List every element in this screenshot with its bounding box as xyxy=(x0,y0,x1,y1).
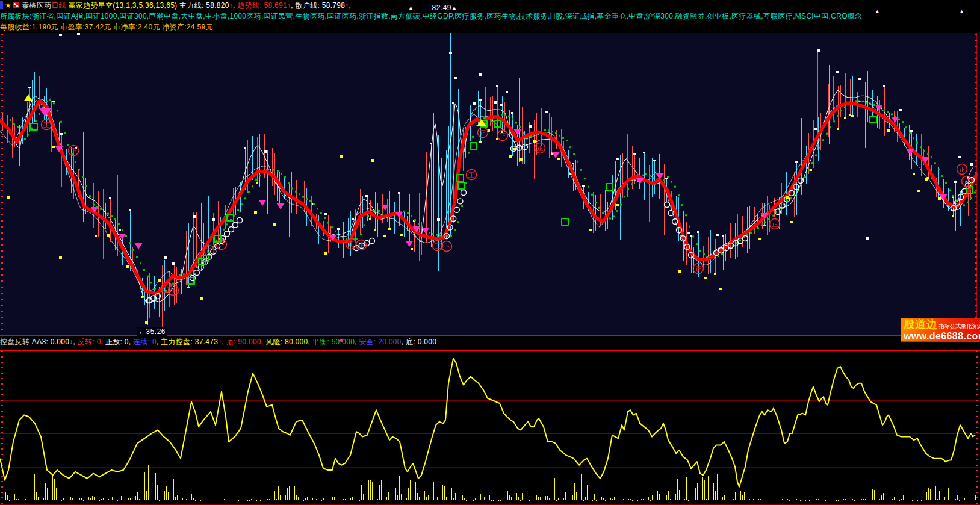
bottom-value: 底: 0.000 xyxy=(406,338,436,346)
sector-bar: 所属板块:浙江省,国证A指,国证1000,国证300,巨潮中盘,大中盘,中小盘,… xyxy=(0,11,980,22)
control-reversal-panel[interactable] xyxy=(0,350,980,505)
stock-name: 泰格医药 xyxy=(22,1,51,10)
safe-value: 安全: 20.000 xyxy=(359,338,401,346)
low-price-label: ←35.26 xyxy=(137,327,167,336)
watermark-tagline: 指标公式量化资源 xyxy=(939,323,980,329)
fundamentals-bar: 每股收益:1.190元 市盈率:37.42元 市净率:2.40元 净资产:24.… xyxy=(0,22,980,33)
comma: , xyxy=(129,338,133,346)
balance-value: 平衡: 50.000 xyxy=(312,338,355,346)
watermark-ad[interactable]: 股道边指标公式量化资源 www.de6688.com xyxy=(901,318,980,342)
new-high-arrow-icon: ▲ xyxy=(959,9,964,14)
comma: , xyxy=(308,338,312,346)
favorite-star-icon[interactable]: ★ xyxy=(5,1,11,10)
aa3-value: AA3: 0.000 xyxy=(29,338,69,346)
main-control-value: 主力控盘: 37.473 xyxy=(161,338,218,346)
sector-label: 所属板块: xyxy=(0,12,32,20)
zhengfang-value: 正放: 0 xyxy=(105,338,129,346)
comma: , xyxy=(291,1,295,10)
fundamentals-text: 每股收益:1.190元 市盈率:37.42元 市净率:2.40元 净资产:24.… xyxy=(0,23,213,31)
lianxu-value: 连续: 0 xyxy=(133,338,157,346)
title-text: 泰格医药日线 赢家趋势星空(13,1,3,5,36,13,65) 主力线: 58… xyxy=(22,1,351,10)
main-kline-chart[interactable] xyxy=(0,33,980,335)
top-value: 顶: 90.000 xyxy=(226,338,261,346)
new-high-arrow-icon: ▲ xyxy=(451,5,457,11)
main-force-line-value: 主力线: 58.820 xyxy=(179,1,229,10)
stock-app-window: { "title_bar": { "star_icon": "★", "segm… xyxy=(0,0,980,505)
reversal-value: 反转: 0 xyxy=(78,338,101,346)
watermark-url[interactable]: www.de6688.com xyxy=(904,332,980,341)
comma: , xyxy=(73,338,78,346)
risk-value: 风险: 80.000 xyxy=(265,338,308,346)
comma: , xyxy=(101,338,105,346)
status-pointer-icon: ◄ xyxy=(337,336,344,344)
title-bar: ★泰格医药日线 赢家趋势星空(13,1,3,5,36,13,65) 主力线: 5… xyxy=(0,0,980,11)
indicator-name: 赢家趋势星空(13,1,3,5,36,13,65) xyxy=(66,1,179,10)
retail-line-value: 散户线: 58.798 xyxy=(296,1,346,10)
stock-pool-icon[interactable] xyxy=(13,2,19,8)
indicator-status-bar[interactable]: 控盘反转 AA3: 0.000↓, 反转: 0, 正放: 0, 连续: 0, 主… xyxy=(0,336,980,349)
high-price-label: —82.49 xyxy=(423,4,453,12)
indicator-title: 控盘反转 xyxy=(0,338,29,346)
period-label: 日线 xyxy=(51,1,66,10)
comma: , xyxy=(402,338,406,346)
comma: , xyxy=(349,1,352,10)
window-accent-bar xyxy=(0,1,3,9)
new-high-arrow-icon: ▲ xyxy=(408,5,414,11)
trend-line-value: 趋势线: 58.691↑ xyxy=(237,1,291,10)
sector-list[interactable]: 浙江省,国证A指,国证1000,国证300,巨潮中盘,大中盘,中小盘,1000医… xyxy=(32,12,863,20)
comma: , xyxy=(222,338,226,346)
new-high-arrow-icon: ▲ xyxy=(875,9,880,14)
watermark-brand: 股道边 xyxy=(904,318,938,330)
